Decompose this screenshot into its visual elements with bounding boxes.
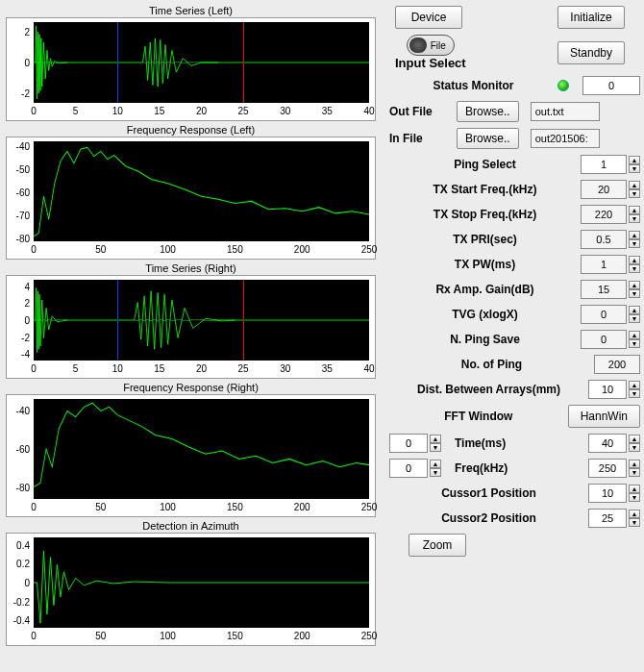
standby-button[interactable]: Standby xyxy=(557,41,625,64)
plot-ts-right: Time Series (Right) 42 0-2 -4 05 xyxy=(6,261,376,379)
tvg-spinner[interactable]: ▲▼ xyxy=(629,306,640,323)
cursor1-line[interactable] xyxy=(117,280,118,361)
tx-pri-spinner[interactable]: ▲▼ xyxy=(629,231,640,248)
freq-khz-input[interactable] xyxy=(588,459,627,478)
input-source-toggle[interactable]: File xyxy=(407,35,455,56)
no-of-ping-input xyxy=(594,355,640,374)
in-file-browse-button[interactable]: Browse.. xyxy=(457,128,519,149)
tx-pw-label: TX PW(ms) xyxy=(389,258,581,271)
zoom-button[interactable]: Zoom xyxy=(409,534,466,557)
tx-stop-input[interactable] xyxy=(581,205,627,224)
in-file-label: In File xyxy=(389,132,457,145)
tx-start-label: TX Start Freq.(kHz) xyxy=(389,183,581,196)
out-file-field[interactable] xyxy=(531,102,600,121)
tx-pw-spinner[interactable]: ▲▼ xyxy=(629,256,640,273)
status-field xyxy=(582,76,640,95)
plot-frame[interactable]: 0.40.2 0-0.2 -0.4 050 100150 200250 xyxy=(6,533,376,646)
cursor2-line[interactable] xyxy=(243,22,244,103)
tx-pri-input[interactable] xyxy=(581,230,627,249)
cursor1-input[interactable] xyxy=(588,484,627,503)
plot-frame[interactable]: -40-50 -60-70 -80 050 100150 200250 xyxy=(6,137,376,260)
status-monitor-label: Status Monitor xyxy=(389,79,557,92)
plot-title: Time Series (Left) xyxy=(6,4,376,17)
plot-title: Frequency Response (Left) xyxy=(6,123,376,137)
ping-select-label: Ping Select xyxy=(389,158,581,171)
tx-stop-label: TX Stop Freq.(kHz) xyxy=(389,208,581,221)
plot-canvas xyxy=(34,22,369,103)
freq-offset-spinner[interactable]: ▲▼ xyxy=(430,460,441,477)
tx-pw-input[interactable] xyxy=(581,255,627,274)
cursor2-line[interactable] xyxy=(243,280,244,361)
status-led-icon xyxy=(557,80,569,91)
fft-window-button[interactable]: HannWin xyxy=(568,405,640,428)
dist-arrays-label: Dist. Between Arrays(mm) xyxy=(389,383,588,396)
plot-title: Time Series (Right) xyxy=(6,261,376,275)
time-ms-input[interactable] xyxy=(588,434,627,453)
freq-khz-label: Freq(kHz) xyxy=(441,461,521,475)
tx-start-input[interactable] xyxy=(581,180,627,199)
n-ping-save-spinner[interactable]: ▲▼ xyxy=(629,331,640,348)
n-ping-save-input[interactable] xyxy=(581,330,627,349)
plot-frame[interactable]: 42 0-2 -4 05 1015 2025 3035 xyxy=(6,275,376,379)
plot-azimuth: Detection in Azimuth 0.40.2 0-0.2 -0.4 0… xyxy=(6,519,376,646)
time-ms-label: Time(ms) xyxy=(441,436,519,450)
ping-select-spinner[interactable]: ▲▼ xyxy=(629,156,640,173)
time-offset-spinner[interactable]: ▲▼ xyxy=(430,435,441,452)
plot-fr-left: Frequency Response (Left) -40-50 -60-70 … xyxy=(6,123,376,260)
plot-title: Frequency Response (Right) xyxy=(6,381,376,394)
tx-stop-spinner[interactable]: ▲▼ xyxy=(629,206,640,223)
plot-ts-left: Time Series (Left) 2 0 -2 05 xyxy=(6,4,376,121)
n-ping-save-label: N. Ping Save xyxy=(389,333,581,346)
cursor2-input[interactable] xyxy=(588,509,627,528)
dist-arrays-input[interactable] xyxy=(588,380,627,399)
tx-start-spinner[interactable]: ▲▼ xyxy=(629,181,640,198)
no-of-ping-label: No. of Ping xyxy=(389,358,594,371)
plot-frame[interactable]: -40 -60 -80 050 100150 200250 xyxy=(6,394,376,517)
controls-panel: Device Initialize File Input Select Stan… xyxy=(380,0,644,672)
tvg-label: TVG (xlogX) xyxy=(389,308,581,321)
cursor1-line[interactable] xyxy=(117,22,118,103)
out-file-label: Out File xyxy=(389,105,457,118)
in-file-field[interactable] xyxy=(531,129,600,148)
cursor1-spinner[interactable]: ▲▼ xyxy=(629,485,640,502)
fft-window-label: FFT Window xyxy=(389,410,568,423)
x-axis: 05 1015 2025 3035 40 xyxy=(34,105,369,120)
device-button[interactable]: Device xyxy=(395,6,462,29)
plot-fr-right: Frequency Response (Right) -40 -60 -80 0… xyxy=(6,381,376,517)
out-file-browse-button[interactable]: Browse.. xyxy=(457,101,519,122)
rx-gain-label: Rx Amp. Gain(dB) xyxy=(389,283,581,296)
freq-offset-input[interactable] xyxy=(389,459,428,478)
input-select-label: Input Select xyxy=(395,56,466,70)
ping-select-input[interactable] xyxy=(581,155,627,174)
rx-gain-input[interactable] xyxy=(581,280,627,299)
dist-arrays-spinner[interactable]: ▲▼ xyxy=(629,381,640,398)
time-offset-input[interactable] xyxy=(389,434,428,453)
time-ms-spinner[interactable]: ▲▼ xyxy=(629,435,640,452)
rx-gain-spinner[interactable]: ▲▼ xyxy=(629,281,640,298)
cursor2-label: Cussor2 Position xyxy=(389,511,588,525)
file-toggle-label: File xyxy=(431,40,446,51)
tvg-input[interactable] xyxy=(581,305,627,324)
cursor1-label: Cussor1 Position xyxy=(389,486,588,500)
plot-frame[interactable]: 2 0 -2 05 1015 2025 3035 xyxy=(6,17,376,121)
tx-pri-label: TX PRI(sec) xyxy=(389,233,581,246)
plots-panel: Time Series (Left) 2 0 -2 05 xyxy=(0,0,380,672)
plot-title: Detection in Azimuth xyxy=(6,519,376,533)
initialize-button[interactable]: Initialize xyxy=(557,6,625,29)
cursor2-spinner[interactable]: ▲▼ xyxy=(629,510,640,527)
y-axis: 2 0 -2 xyxy=(7,22,32,103)
freq-khz-spinner[interactable]: ▲▼ xyxy=(629,460,640,477)
